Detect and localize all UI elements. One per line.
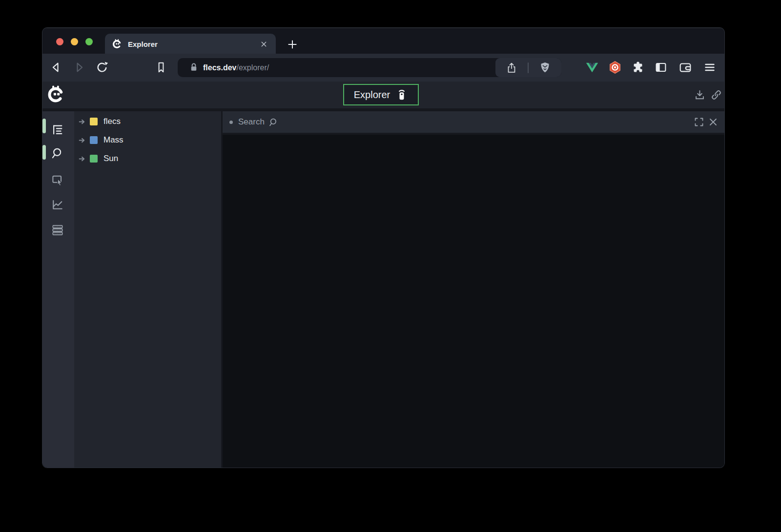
query-results-area	[223, 135, 724, 468]
close-window-button[interactable]	[56, 38, 63, 45]
url-text: flecs.dev/explorer/	[203, 58, 269, 77]
close-icon[interactable]	[707, 116, 719, 128]
entity-color-swatch	[90, 118, 98, 125]
remote-icon	[395, 88, 408, 101]
entity-color-swatch	[90, 136, 98, 144]
tree-view-icon[interactable]	[51, 123, 64, 137]
page-content: Explorer	[42, 82, 724, 468]
toolbar-divider	[528, 62, 529, 73]
activity-bar	[42, 111, 74, 468]
lock-icon[interactable]	[188, 61, 200, 73]
tree-item-label[interactable]: flecs	[103, 117, 121, 126]
download-icon[interactable]	[694, 89, 706, 101]
app-title-label: Explorer	[354, 89, 390, 101]
back-icon[interactable]	[49, 61, 63, 74]
tree-panel-indicator	[42, 119, 46, 133]
minimize-window-button[interactable]	[71, 38, 78, 45]
fullscreen-icon[interactable]	[693, 116, 705, 128]
entity-tree-panel: flecs Mass	[74, 111, 221, 468]
table-view-icon[interactable]	[51, 223, 64, 237]
tab-title: Explorer	[128, 40, 252, 48]
expand-arrow-icon[interactable]	[78, 136, 86, 144]
new-tab-button[interactable]	[287, 39, 298, 50]
bookmark-icon[interactable]	[154, 61, 168, 74]
sidebar-toggle-icon[interactable]	[654, 60, 668, 75]
tab-close-icon[interactable]	[258, 39, 269, 49]
tree-item-label[interactable]: Sun	[103, 154, 118, 164]
address-bar[interactable]: flecs.dev/explorer/	[178, 58, 561, 77]
flecs-logo-icon[interactable]	[46, 85, 65, 104]
tree-row-mass[interactable]: Mass	[74, 131, 221, 149]
expand-arrow-icon[interactable]	[78, 155, 86, 163]
flecs-favicon-icon	[112, 39, 122, 49]
tree-row-sun[interactable]: Sun	[74, 149, 221, 168]
reload-icon[interactable]	[95, 61, 109, 74]
browser-toolbar: flecs.dev/explorer/	[42, 54, 724, 82]
titlebar: Explorer	[42, 28, 724, 54]
url-path: /explorer/	[236, 63, 269, 72]
search-icon	[268, 117, 279, 127]
panels-area: flecs Mass	[42, 108, 724, 468]
browser-tab[interactable]: Explorer	[105, 34, 276, 54]
url-host: flecs.dev	[203, 63, 236, 72]
brave-shield-icon[interactable]	[538, 61, 552, 74]
chart-view-icon[interactable]	[51, 198, 64, 211]
query-panel-indicator	[42, 145, 46, 160]
search-placeholder: Search	[238, 117, 265, 127]
browser-window: Explorer	[42, 28, 724, 468]
inspect-view-icon[interactable]	[51, 173, 64, 187]
wallet-icon[interactable]	[678, 60, 693, 75]
status-dot	[229, 121, 233, 124]
query-panel: Search	[223, 111, 724, 468]
link-icon[interactable]	[710, 89, 722, 101]
hexagon-extension-icon[interactable]	[608, 60, 622, 75]
share-icon[interactable]	[505, 61, 518, 74]
address-bar-actions	[495, 58, 561, 77]
search-view-icon[interactable]	[51, 146, 64, 160]
app-title-button[interactable]: Explorer	[343, 84, 419, 105]
app-header: Explorer	[42, 82, 724, 108]
forward-icon[interactable]	[72, 61, 86, 74]
menu-icon[interactable]	[702, 60, 717, 75]
query-panel-header: Search	[223, 111, 724, 133]
vue-devtools-icon[interactable]	[585, 60, 599, 75]
query-search-input[interactable]: Search	[238, 111, 279, 133]
tree-item-label[interactable]: Mass	[103, 135, 123, 145]
extensions-puzzle-icon[interactable]	[631, 60, 645, 75]
entity-color-swatch	[90, 155, 98, 163]
tree-row-flecs[interactable]: flecs	[74, 112, 221, 131]
expand-arrow-icon[interactable]	[78, 118, 86, 126]
zoom-window-button[interactable]	[85, 38, 93, 45]
